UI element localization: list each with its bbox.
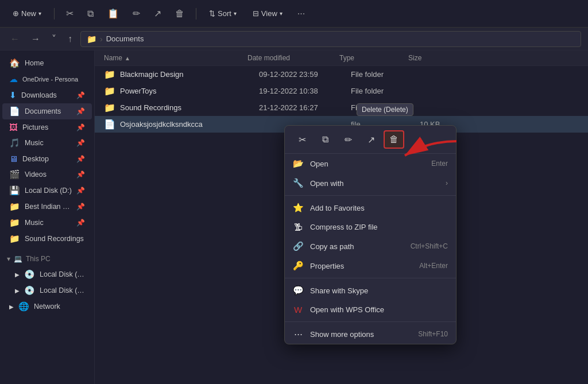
sidebar-disk-d-label: Local Disk (D:) bbox=[25, 187, 72, 195]
network-icon: 🌐 bbox=[18, 301, 29, 312]
music2-pin: 📌 bbox=[76, 219, 85, 227]
pictures-icon: 🖼 bbox=[9, 122, 18, 132]
skype-icon: 💬 bbox=[293, 285, 303, 296]
ctx-properties-item[interactable]: 🔑 Properties Alt+Enter bbox=[285, 256, 456, 276]
ctx-favorites-label: Add to Favorites bbox=[310, 204, 448, 212]
desktop-pin: 📌 bbox=[76, 155, 85, 163]
sidebar-sound-label: Sound Recordings bbox=[25, 235, 85, 243]
sort-icon: ⇅ bbox=[209, 9, 215, 18]
tooltip-text: Delete (Delete) bbox=[362, 106, 408, 114]
up-button[interactable]: ↑ bbox=[64, 32, 76, 46]
more-button[interactable]: ··· bbox=[293, 6, 310, 22]
sidebar-item-music2[interactable]: 📁 Music 📌 bbox=[2, 215, 92, 231]
copy-icon[interactable]: ⧉ bbox=[83, 6, 98, 22]
ctx-open-label: Open bbox=[310, 160, 424, 168]
expand-d2-icon: ▶ bbox=[15, 288, 20, 294]
ctx-open-with-item[interactable]: 🔧 Open with › bbox=[285, 173, 456, 193]
ctx-copy-path-item[interactable]: 🔗 Copy as path Ctrl+Shift+C bbox=[285, 236, 456, 256]
new-dropdown-icon: ▾ bbox=[38, 10, 41, 17]
ctx-open-shortcut: Enter bbox=[431, 160, 448, 168]
new-button[interactable]: ⊕ New ▾ bbox=[7, 6, 47, 21]
view-icon: ⊟ bbox=[253, 9, 259, 18]
properties-icon: 🔑 bbox=[293, 261, 303, 271]
downloads-icon: ⬇ bbox=[9, 90, 17, 100]
titlebar: ⊕ New ▾ ✂ ⧉ 📋 ✏ ↗ 🗑 ⇅ Sort ▾ ⊟ View ▾ ··… bbox=[0, 0, 588, 28]
forward-button[interactable]: → bbox=[28, 32, 44, 46]
ctx-rename-button[interactable]: ✏ bbox=[338, 130, 358, 149]
open-with-icon: 🔧 bbox=[293, 178, 303, 188]
sidebar-item-downloads[interactable]: ⬇ Downloads 📌 bbox=[2, 87, 92, 103]
disk-c-icon: 💿 bbox=[24, 269, 35, 280]
ctx-share-button[interactable]: ↗ bbox=[361, 130, 381, 149]
wps-icon: W bbox=[293, 305, 303, 315]
sidebar-documents-label: Documents bbox=[25, 107, 72, 115]
music-pin: 📌 bbox=[76, 139, 85, 147]
ctx-delete-button[interactable]: 🗑 bbox=[384, 130, 404, 149]
folder-music-icon: 📁 bbox=[9, 218, 20, 228]
downloads-pin: 📌 bbox=[76, 91, 85, 99]
dropdown-button[interactable]: ˅ bbox=[48, 31, 60, 46]
sidebar-item-music[interactable]: 🎵 Music 📌 bbox=[2, 135, 92, 151]
ctx-open-with-label: Open with bbox=[310, 179, 439, 188]
sidebar-item-network[interactable]: ▶ 🌐 Network bbox=[2, 298, 92, 315]
sidebar-item-home[interactable]: 🏠 Home bbox=[2, 55, 92, 71]
paste-icon[interactable]: 📋 bbox=[103, 5, 123, 22]
best-indian-pin: 📌 bbox=[76, 203, 85, 211]
sort-label: Sort bbox=[218, 9, 231, 18]
ctx-compress-item[interactable]: 🗜 Compress to ZIP file bbox=[285, 218, 456, 236]
ctx-skype-label: Share with Skype bbox=[310, 286, 448, 295]
sidebar-item-desktop[interactable]: 🖥 Desktop 📌 bbox=[2, 151, 92, 166]
sort-button[interactable]: ⇅ Sort ▾ bbox=[203, 6, 242, 21]
sep2 bbox=[196, 8, 196, 20]
ctx-copy-path-label: Copy as path bbox=[310, 242, 404, 251]
ctx-properties-shortcut: Alt+Enter bbox=[419, 262, 448, 270]
ctx-copy-path-shortcut: Ctrl+Shift+C bbox=[411, 242, 448, 250]
share-icon[interactable]: ↗ bbox=[149, 5, 166, 22]
content-area: Name ▲ Date modified Type Size 📁 Blackma… bbox=[95, 51, 588, 384]
new-icon: ⊕ bbox=[13, 9, 19, 18]
sidebar-item-videos[interactable]: 🎬 Videos 📌 bbox=[2, 166, 92, 183]
ctx-sep2 bbox=[285, 278, 456, 278]
ctx-add-favorites-item[interactable]: ⭐ Add to Favorites bbox=[285, 198, 456, 218]
ctx-copy-button[interactable]: ⧉ bbox=[315, 130, 335, 149]
delete-icon[interactable]: 🗑 bbox=[171, 6, 189, 22]
sidebar-onedrive-label: OneDrive - Persona bbox=[22, 76, 85, 83]
arrow-icon: › bbox=[100, 34, 103, 44]
sidebar-music-label: Music bbox=[25, 139, 72, 147]
ctx-skype-item[interactable]: 💬 Share with Skype bbox=[285, 281, 456, 300]
ctx-properties-label: Properties bbox=[310, 262, 412, 270]
view-button[interactable]: ⊟ View ▾ bbox=[247, 6, 288, 21]
ctx-wps-label: Open with WPS Office bbox=[310, 305, 448, 314]
sidebar-item-best-indian[interactable]: 📁 Best Indian Mov 📌 bbox=[2, 199, 92, 215]
address-box[interactable]: 📁 › Documents bbox=[80, 31, 581, 47]
sidebar-item-local-disk-d[interactable]: 💾 Local Disk (D:) 📌 bbox=[2, 183, 92, 199]
back-button[interactable]: ← bbox=[7, 32, 23, 46]
sidebar-item-documents[interactable]: 📄 Documents 📌 bbox=[2, 103, 92, 119]
ctx-cut-button[interactable]: ✂ bbox=[292, 130, 312, 149]
expand-network-icon: ▶ bbox=[9, 304, 14, 310]
this-pc-icon: 💻 bbox=[14, 255, 22, 263]
ctx-more-options-item[interactable]: ⋯ Show more options Shift+F10 bbox=[285, 324, 456, 344]
ctx-sep3 bbox=[285, 321, 456, 322]
folder-icon: 📁 bbox=[87, 34, 96, 44]
ctx-more-label: Show more options bbox=[310, 330, 411, 339]
view-dropdown-icon: ▾ bbox=[280, 10, 283, 17]
sidebar-item-pictures[interactable]: 🖼 Pictures 📌 bbox=[2, 119, 92, 135]
ctx-wps-item[interactable]: W Open with WPS Office bbox=[285, 300, 456, 319]
ctx-more-shortcut: Shift+F10 bbox=[418, 330, 448, 338]
rename-icon[interactable]: ✏ bbox=[128, 5, 145, 22]
sidebar-desktop-label: Desktop bbox=[22, 155, 72, 163]
documents-icon: 📄 bbox=[9, 106, 20, 117]
cut-icon[interactable]: ✂ bbox=[61, 5, 78, 22]
sidebar-pictures-label: Pictures bbox=[22, 123, 72, 131]
address-path: Documents bbox=[106, 34, 144, 43]
sidebar-item-local-d2[interactable]: ▶ 💿 Local Disk (D:) bbox=[2, 282, 92, 298]
this-pc-header[interactable]: ▾ 💻 This PC bbox=[0, 251, 94, 266]
ctx-open-item[interactable]: 📂 Open Enter bbox=[285, 154, 456, 173]
sidebar-item-sound-recordings[interactable]: 📁 Sound Recordings bbox=[2, 231, 92, 247]
sidebar-item-local-c[interactable]: ▶ 💿 Local Disk (C:) bbox=[2, 266, 92, 282]
pictures-pin: 📌 bbox=[76, 123, 85, 131]
open-with-arrow: › bbox=[446, 179, 448, 187]
sidebar-item-onedrive[interactable]: ☁ OneDrive - Persona bbox=[2, 71, 92, 87]
folder-yellow-icon: 📁 bbox=[9, 201, 20, 212]
